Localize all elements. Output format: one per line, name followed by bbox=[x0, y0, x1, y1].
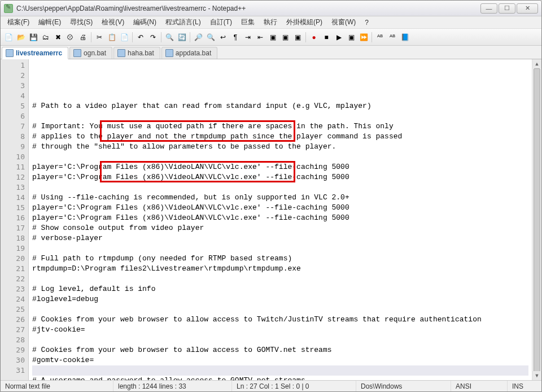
line-number: 3 bbox=[1, 81, 25, 91]
code-line[interactable] bbox=[32, 274, 528, 284]
cut-button[interactable]: ✂ bbox=[94, 32, 105, 43]
outdent-button[interactable]: ⇤ bbox=[255, 32, 266, 43]
minimize-button[interactable]: — bbox=[480, 3, 497, 14]
code-line[interactable]: player='C:\Program Files (x86)\VideoLAN\… bbox=[32, 203, 528, 213]
chars-button[interactable]: ¶ bbox=[230, 32, 241, 43]
play-button[interactable]: ▶ bbox=[333, 32, 344, 43]
menu-檔案f[interactable]: 檔案(F) bbox=[3, 16, 34, 28]
scroll-up-icon[interactable]: ▲ bbox=[532, 59, 541, 68]
code-line[interactable] bbox=[32, 152, 528, 162]
menu-外掛模組p[interactable]: 外掛模組(P) bbox=[282, 16, 327, 28]
open-button[interactable]: 📂 bbox=[15, 32, 27, 43]
print-button[interactable]: 🖨 bbox=[77, 32, 89, 43]
menu-程式語言l[interactable]: 程式語言(L) bbox=[161, 16, 206, 28]
status-length: length : 1244 lines : 33 bbox=[113, 381, 232, 391]
saveall-button[interactable]: 🗂 bbox=[40, 32, 51, 43]
code-line[interactable] bbox=[32, 111, 528, 121]
app-icon bbox=[4, 4, 13, 13]
line-number: 29 bbox=[1, 345, 25, 355]
rec-button[interactable]: ● bbox=[308, 32, 320, 43]
closeall-icon: ⛒ bbox=[67, 33, 74, 41]
stop-icon: ■ bbox=[324, 33, 328, 41]
paste-button[interactable]: 📄 bbox=[119, 32, 130, 43]
code-line[interactable]: # verbose-player bbox=[32, 233, 528, 243]
menu-自訂t[interactable]: 自訂(T) bbox=[206, 16, 237, 28]
stop-button[interactable]: ■ bbox=[321, 32, 332, 43]
spell-icon: ᴬᴮ bbox=[377, 33, 383, 41]
replace-button[interactable]: 🔄 bbox=[176, 32, 187, 43]
code-line[interactable]: # through the "shell" to allow parameter… bbox=[32, 142, 528, 152]
code-line[interactable]: #jtv-cookie= bbox=[32, 325, 528, 335]
fast-button[interactable]: ⏩ bbox=[358, 32, 369, 43]
doc-icon: 📘 bbox=[401, 33, 409, 41]
spell-button[interactable]: ᴬᴮ bbox=[387, 32, 398, 43]
code-line[interactable]: #gomtv-cookie= bbox=[32, 355, 528, 365]
wrap-button[interactable]: ↩ bbox=[217, 32, 229, 43]
menu-巨集[interactable]: 巨集 bbox=[237, 16, 259, 28]
menu-尋找s[interactable]: 尋找(S) bbox=[65, 16, 97, 28]
code-line[interactable]: rtmpdump=D:\Program files2\Livestreamer\… bbox=[32, 264, 528, 274]
titlebar[interactable]: C:\Users\pepper\AppData\Roaming\livestre… bbox=[1, 1, 541, 16]
code-line[interactable]: # Cookies from your web browser to allow… bbox=[32, 315, 528, 325]
code-line[interactable] bbox=[32, 304, 528, 315]
code-editor[interactable]: # Path to a video player that can read f… bbox=[29, 59, 532, 380]
fold-button[interactable]: ▣ bbox=[292, 32, 303, 43]
undo-button[interactable]: ↶ bbox=[135, 32, 146, 43]
code-line[interactable]: # Show console output from video player bbox=[32, 223, 528, 233]
menu-?[interactable]: ? bbox=[360, 18, 373, 28]
code-line[interactable]: player='C:\Program Files (x86)\VideoLAN\… bbox=[32, 172, 528, 182]
find-button[interactable]: 🔍 bbox=[164, 32, 175, 43]
line-number: 4 bbox=[1, 91, 25, 101]
zoomin-button[interactable]: 🔎 bbox=[193, 32, 204, 43]
code-line[interactable]: # Using --file-caching is recommended, b… bbox=[32, 193, 528, 203]
zoomout-button[interactable]: 🔍 bbox=[205, 32, 216, 43]
menu-檢視v[interactable]: 檢視(V) bbox=[97, 16, 129, 28]
vertical-scrollbar[interactable]: ▲ ▼ bbox=[532, 59, 541, 380]
code-line[interactable] bbox=[32, 335, 528, 345]
new-icon: 📄 bbox=[5, 33, 13, 41]
code-line[interactable]: # Cookies from your web browser to allow… bbox=[32, 345, 528, 355]
code-line[interactable]: player='C:\Program Files (x86)\VideoLAN\… bbox=[32, 213, 528, 223]
save-button[interactable]: 💾 bbox=[28, 32, 39, 43]
spell-icon: ᴬᴮ bbox=[390, 33, 395, 41]
menu-視窗w[interactable]: 視窗(W) bbox=[327, 16, 360, 28]
tab-appdatabat[interactable]: appdata.bat bbox=[161, 47, 217, 59]
code-line[interactable]: # Important: You must use a quoted path … bbox=[32, 121, 528, 132]
close-button[interactable]: ✖ bbox=[53, 32, 64, 43]
code-line[interactable] bbox=[32, 182, 528, 193]
doc-button[interactable]: 📘 bbox=[399, 32, 410, 43]
close-button[interactable]: ✕ bbox=[517, 3, 538, 14]
tab-livestreamerrc[interactable]: livestreamerrc bbox=[2, 47, 68, 59]
menu-編碼n[interactable]: 編碼(N) bbox=[129, 16, 161, 28]
tab-ognbat[interactable]: ogn.bat bbox=[69, 47, 112, 59]
code-line[interactable] bbox=[32, 365, 528, 376]
playrec-button[interactable]: ▣ bbox=[346, 32, 357, 43]
code-line[interactable]: # Path to a video player that can read f… bbox=[32, 101, 528, 111]
copy-button[interactable]: 📋 bbox=[106, 32, 117, 43]
code-line[interactable]: player='C:\Program Files (x86)\VideoLAN\… bbox=[32, 162, 528, 172]
new-button[interactable]: 📄 bbox=[3, 32, 14, 43]
code-line[interactable]: # A username and password to allow acces… bbox=[32, 376, 528, 380]
code-line[interactable]: # Full path to rtmpdump (ony needed for … bbox=[32, 254, 528, 264]
fold-icon: ▣ bbox=[282, 33, 289, 41]
tab-hahabat[interactable]: haha.bat bbox=[113, 47, 160, 59]
line-number: 17 bbox=[1, 223, 25, 233]
code-line[interactable] bbox=[32, 243, 528, 254]
zoomout-icon: 🔍 bbox=[207, 33, 215, 41]
indent-button[interactable]: ⇥ bbox=[242, 32, 253, 43]
maximize-button[interactable]: ☐ bbox=[499, 3, 515, 14]
scroll-thumb[interactable] bbox=[534, 68, 540, 373]
code-line[interactable]: #loglevel=debug bbox=[32, 294, 528, 304]
scroll-down-icon[interactable]: ▼ bbox=[532, 371, 541, 380]
fold-button[interactable]: ▣ bbox=[279, 32, 291, 43]
code-line[interactable]: # Log level, default is info bbox=[32, 284, 528, 294]
menu-執行[interactable]: 執行 bbox=[259, 16, 282, 28]
menu-編輯e[interactable]: 編輯(E) bbox=[34, 16, 65, 28]
line-number: 23 bbox=[1, 284, 25, 294]
code-line[interactable]: # applies to the player and not the rtmp… bbox=[32, 132, 528, 142]
fold-button[interactable]: ▣ bbox=[267, 32, 278, 43]
redo-button[interactable]: ↷ bbox=[147, 32, 159, 43]
replace-icon: 🔄 bbox=[178, 33, 186, 41]
spell-button[interactable]: ᴬᴮ bbox=[374, 32, 386, 43]
closeall-button[interactable]: ⛒ bbox=[65, 32, 76, 43]
